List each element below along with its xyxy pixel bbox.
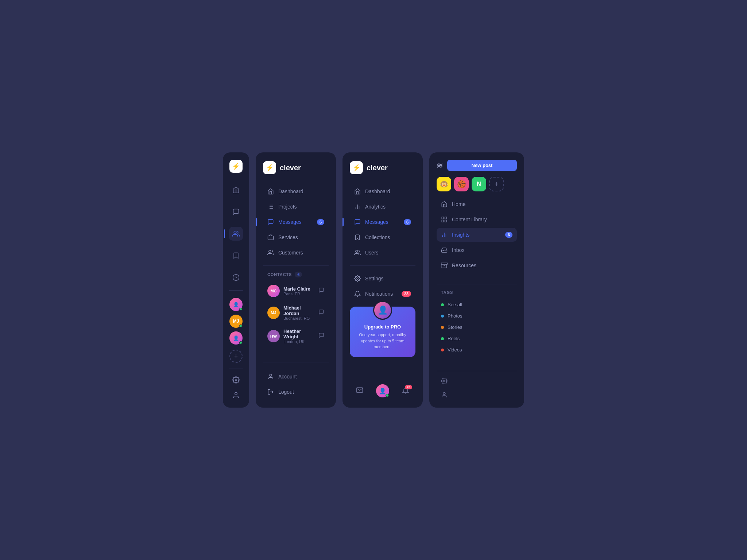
tag-label-videos: Videos (448, 347, 462, 353)
online-indicator-2 (239, 324, 242, 327)
svg-point-17 (356, 250, 358, 252)
p3-nav-analytics[interactable]: Analytics (350, 200, 415, 214)
messages-badge: 6 (317, 219, 324, 225)
panel2-nav: Dashboard Projects Messages 6 Services C… (263, 184, 329, 260)
account-dribbble[interactable]: 🏀 (454, 177, 469, 191)
p4-footer-profile[interactable] (437, 389, 517, 400)
p3-nav-users[interactable]: Users (350, 246, 415, 260)
tag-photos[interactable]: Photos (437, 310, 517, 322)
footer-logout-label: Logout (278, 389, 294, 395)
panel4-nav: Home Content Library Insights 6 Inbox Re… (437, 197, 517, 272)
nav-item-projects[interactable]: Projects (263, 200, 329, 214)
account-n[interactable]: N (472, 177, 486, 191)
contact-loc-3: London, UK (283, 339, 315, 344)
p3-label-collections: Collections (365, 234, 390, 240)
profile-icon-bottom[interactable] (232, 392, 240, 400)
contact-heather[interactable]: HW Heather Wright London, UK (263, 326, 329, 347)
avatar-3[interactable]: 👤 (229, 331, 243, 345)
svg-point-29 (443, 392, 445, 394)
panel2-footer: Account Logout (263, 356, 329, 399)
upgrade-avatar: 👤 (373, 301, 392, 320)
section-divider (263, 265, 329, 266)
p3-nav-collections[interactable]: Collections (350, 230, 415, 244)
nav-item-dashboard[interactable]: Dashboard (263, 184, 329, 198)
bottom-notif[interactable]: 23 (402, 387, 409, 394)
p3-nav-settings[interactable]: Settings (350, 272, 415, 285)
p4-label-resources: Resources (452, 262, 476, 268)
svg-rect-20 (445, 217, 447, 219)
nav-item-messages[interactable]: Messages 6 (263, 215, 329, 229)
contact-msg-1[interactable] (318, 287, 324, 295)
logo-box: ⚡ (263, 161, 276, 174)
tag-label-photos: Photos (448, 313, 462, 319)
tag-dot-photos (441, 315, 444, 318)
sidebar-item-chat[interactable] (229, 205, 243, 219)
panel4-footer (437, 371, 517, 400)
p4-nav-inbox[interactable]: Inbox (437, 243, 517, 257)
p3-nav-messages[interactable]: Messages 6 (350, 215, 415, 229)
sidebar-item-home[interactable] (229, 183, 243, 197)
nav-label-projects: Projects (278, 204, 297, 210)
upgrade-card: 👤 Upgrade to PRO One year support, montl… (350, 307, 415, 357)
avatar-2[interactable]: MJ (229, 315, 243, 328)
avatar-1[interactable]: 👤 (229, 298, 243, 311)
bottom-mail-icon[interactable] (356, 386, 363, 395)
p4-nav-insights[interactable]: Insights 6 (437, 228, 517, 242)
contact-name-3: Heather Wright (283, 328, 315, 339)
account-mailchimp[interactable]: 🐵 (437, 177, 451, 191)
nav-item-services[interactable]: Services (263, 230, 329, 244)
contact-loc-2: Bucharest, RO (283, 316, 315, 320)
nav-item-customers[interactable]: Customers (263, 246, 329, 260)
tags-section: TAGS See all Photos Stories Reels Videos (437, 290, 517, 368)
add-avatar-button[interactable]: + (229, 350, 243, 363)
contact-avatar-2: MJ (267, 307, 280, 319)
panel-social-sidebar: ≋ New post 🐵 🏀 N + Home Content Library (429, 152, 524, 408)
app-logo-small: ⚡ (229, 160, 243, 173)
p3-nav-dashboard[interactable]: Dashboard (350, 184, 415, 198)
add-account-button[interactable]: + (489, 177, 504, 191)
bottom-online-dot (386, 394, 389, 397)
svg-point-0 (234, 231, 236, 234)
tag-reels[interactable]: Reels (437, 333, 517, 344)
bottom-user-avatar[interactable]: 👤 (376, 384, 389, 397)
svg-point-28 (444, 380, 445, 382)
avatar-list: 👤 MJ 👤 + (229, 298, 243, 363)
contact-msg-3[interactable] (318, 332, 324, 340)
p3-messages-badge: 6 (404, 219, 411, 225)
tag-stories[interactable]: Stories (437, 322, 517, 333)
contact-marie[interactable]: MC Marie Claire Paris, FR (263, 282, 329, 300)
sidebar-item-clock[interactable] (229, 271, 243, 284)
panel3-header: ⚡ clever (350, 161, 415, 174)
tag-videos[interactable]: Videos (437, 344, 517, 355)
panel-full-sidebar: ⚡ clever Dashboard Projects Messages 6 S… (256, 152, 336, 408)
contact-avatar-3: HW (267, 330, 280, 342)
brand-name-2: clever (280, 164, 301, 172)
p4-nav-content-library[interactable]: Content Library (437, 213, 517, 226)
p3-nav-notifications[interactable]: Notifications 23 (350, 287, 415, 301)
contact-michael[interactable]: MJ Michael Jordan Bucharest, RO (263, 302, 329, 323)
account-list: 🐵 🏀 N + (437, 177, 517, 191)
sidebar-item-users[interactable] (229, 227, 243, 241)
online-indicator (239, 308, 242, 311)
tag-dot-videos (441, 349, 444, 351)
sidebar-item-bookmark[interactable] (229, 249, 243, 262)
logo-box-3: ⚡ (350, 161, 363, 174)
p4-label-content-library: Content Library (452, 217, 487, 222)
contact-loc-1: Paris, FR (283, 292, 315, 296)
p4-nav-home[interactable]: Home (437, 197, 517, 211)
p4-footer-settings[interactable] (437, 376, 517, 386)
upgrade-desc: One year support, montlhy updates for up… (356, 332, 410, 350)
contact-info-2: Michael Jordan Bucharest, RO (283, 305, 315, 320)
footer-divider (263, 362, 329, 362)
p4-nav-resources[interactable]: Resources (437, 258, 517, 272)
footer-account[interactable]: Account (263, 370, 329, 384)
footer-logout[interactable]: Logout (263, 385, 329, 399)
scene: ⚡ 👤 MJ (216, 138, 531, 422)
p3-label-analytics: Analytics (365, 204, 386, 210)
p3-label-messages: Messages (365, 219, 388, 225)
contact-msg-2[interactable] (318, 309, 324, 316)
new-post-button[interactable]: New post (447, 160, 517, 171)
svg-point-2 (235, 379, 237, 381)
settings-icon-bottom[interactable] (232, 376, 240, 385)
tag-see-all[interactable]: See all (437, 299, 517, 310)
